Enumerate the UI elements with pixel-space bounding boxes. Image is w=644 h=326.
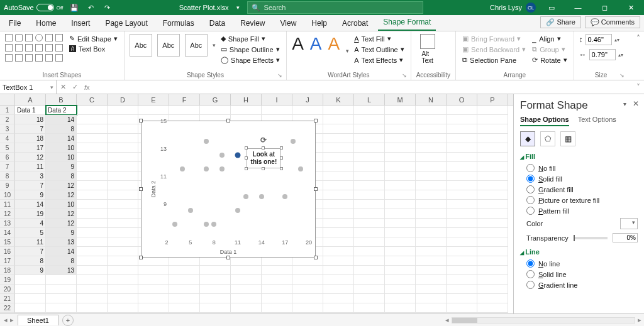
cell[interactable]: [447, 237, 477, 247]
cell[interactable]: [77, 237, 108, 247]
cell[interactable]: [108, 285, 138, 294]
cell[interactable]: [15, 275, 46, 285]
next-sheet-icon[interactable]: ▸: [10, 316, 14, 324]
chart-point[interactable]: [235, 208, 240, 213]
cell[interactable]: [262, 294, 292, 303]
cell[interactable]: [477, 134, 508, 143]
cell[interactable]: [354, 219, 385, 228]
cell[interactable]: [138, 285, 169, 294]
cell[interactable]: [447, 256, 477, 266]
cell[interactable]: [108, 200, 138, 209]
cell[interactable]: 12: [46, 190, 77, 200]
cell[interactable]: [447, 294, 477, 303]
cell[interactable]: [108, 275, 138, 285]
cell[interactable]: [15, 303, 46, 313]
cell[interactable]: [385, 209, 416, 219]
cell[interactable]: 14: [46, 134, 77, 143]
row-header[interactable]: 14: [0, 228, 15, 237]
tab-home[interactable]: Home: [31, 16, 61, 31]
cell[interactable]: [447, 285, 477, 294]
cell[interactable]: [323, 266, 354, 275]
cell[interactable]: [354, 171, 385, 181]
cell[interactable]: [200, 303, 231, 313]
cell[interactable]: [169, 266, 200, 275]
column-header-L[interactable]: L: [354, 94, 385, 105]
chart-point[interactable]: [219, 153, 225, 158]
cell[interactable]: [138, 303, 169, 313]
cell[interactable]: [385, 247, 416, 256]
cell[interactable]: [77, 171, 108, 181]
chart-point[interactable]: [204, 222, 209, 227]
row-header[interactable]: 2: [0, 115, 15, 124]
cell[interactable]: [169, 256, 200, 266]
cell[interactable]: [447, 275, 477, 285]
cell[interactable]: [323, 124, 354, 134]
enter-formula-icon[interactable]: ✓: [72, 83, 78, 91]
rotate-handle-icon[interactable]: ⟳: [260, 136, 267, 144]
alt-text-button[interactable]: AltText: [416, 34, 439, 64]
cell[interactable]: [477, 256, 508, 266]
expand-formula-bar-icon[interactable]: ˅: [633, 83, 644, 92]
column-header-M[interactable]: M: [385, 94, 416, 105]
cell[interactable]: [385, 106, 416, 115]
cell[interactable]: [385, 200, 416, 209]
cell[interactable]: [416, 237, 447, 247]
cell[interactable]: [447, 200, 477, 209]
line-option[interactable]: Gradient line: [520, 280, 638, 290]
cell[interactable]: [77, 228, 108, 237]
cell[interactable]: [416, 219, 447, 228]
tab-formulas[interactable]: Formulas: [158, 16, 199, 31]
cell[interactable]: 14: [15, 200, 46, 209]
cell[interactable]: [447, 266, 477, 275]
cell[interactable]: [231, 275, 262, 285]
collapse-ribbon-icon[interactable]: ˄: [636, 34, 640, 43]
cell[interactable]: [354, 162, 385, 171]
cell[interactable]: 13: [46, 237, 77, 247]
row-header[interactable]: 18: [0, 266, 15, 275]
cell[interactable]: [200, 294, 231, 303]
cell[interactable]: [385, 285, 416, 294]
cell[interactable]: [323, 228, 354, 237]
cell[interactable]: [138, 256, 169, 266]
cell[interactable]: [200, 266, 231, 275]
cell[interactable]: [477, 275, 508, 285]
chart-point[interactable]: [243, 194, 248, 199]
cell[interactable]: 5: [15, 228, 46, 237]
cell[interactable]: [354, 153, 385, 162]
row-header[interactable]: 9: [0, 181, 15, 190]
cell[interactable]: [416, 124, 447, 134]
cell[interactable]: [354, 303, 385, 313]
cell[interactable]: 10: [46, 153, 77, 162]
cell[interactable]: [231, 266, 262, 275]
cell[interactable]: [108, 115, 138, 124]
cell[interactable]: [323, 285, 354, 294]
ribbon-options-icon[interactable]: ▭: [541, 0, 562, 15]
chart-point[interactable]: [188, 208, 193, 213]
row-header[interactable]: 4: [0, 134, 15, 143]
cell[interactable]: [354, 200, 385, 209]
cell[interactable]: [169, 303, 200, 313]
share-button[interactable]: 🔗 Share: [540, 16, 580, 28]
row-header[interactable]: 17: [0, 256, 15, 266]
cell[interactable]: [477, 228, 508, 237]
cell[interactable]: [385, 256, 416, 266]
cell[interactable]: [46, 275, 77, 285]
cell[interactable]: [108, 134, 138, 143]
cell[interactable]: 9: [46, 162, 77, 171]
cell[interactable]: 9: [15, 190, 46, 200]
cell[interactable]: [108, 209, 138, 219]
chart-point[interactable]: [172, 222, 177, 227]
cell[interactable]: 12: [46, 181, 77, 190]
cell[interactable]: [447, 143, 477, 153]
cell[interactable]: [138, 294, 169, 303]
transparency-slider[interactable]: [574, 237, 608, 239]
embedded-chart[interactable]: Data 2 Data 1 9111315 25811141720 ⟳Look …: [141, 121, 316, 258]
cell[interactable]: [108, 219, 138, 228]
cell[interactable]: [108, 171, 138, 181]
column-header-H[interactable]: H: [231, 94, 262, 105]
cell[interactable]: [292, 256, 323, 266]
cell[interactable]: [108, 256, 138, 266]
cell[interactable]: [77, 153, 108, 162]
tab-page-layout[interactable]: Page Layout: [100, 16, 152, 31]
column-header-A[interactable]: A: [15, 94, 46, 105]
